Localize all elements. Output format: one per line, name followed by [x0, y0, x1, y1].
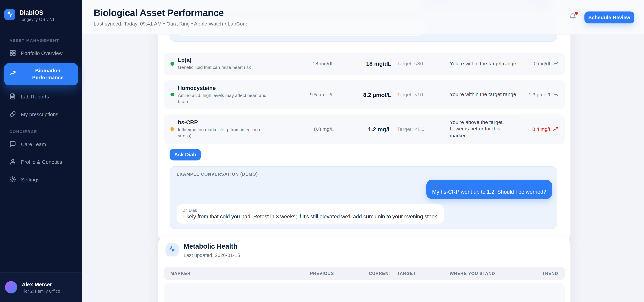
ask-diab-button[interactable]: Ask Diab	[170, 149, 201, 161]
user-icon	[10, 158, 16, 166]
user-chat-bubble: You My hs-CRP went up to 1.2. Should I b…	[426, 180, 552, 199]
trending-up-icon	[552, 61, 558, 67]
page-header: Biological Asset Performance Last synced…	[82, 0, 644, 35]
where-you-stand-text: You're above the target. Lower is better…	[450, 119, 519, 140]
sidebar-item-label: Care Team	[21, 142, 46, 147]
gear-icon	[10, 176, 16, 184]
sidebar-item-my-prescriptions[interactable]: My prescriptions	[4, 107, 78, 122]
current-value: 1.2 mg/L	[334, 126, 392, 132]
marker-name: hs-CRP	[178, 119, 305, 125]
marker-description: Amino acid; high levels may affect heart…	[178, 92, 276, 105]
marker-cell: Lp(a) Genetic lipid that can raise heart…	[178, 57, 305, 70]
target-value: Target: <30	[392, 61, 438, 67]
sidebar: DiablOS Longevity OS v2.1 ASSET MANAGEME…	[0, 0, 82, 302]
page-title: Biological Asset Performance	[94, 7, 224, 18]
main-area: Lp(a) Genetic lipid that can raise heart…	[82, 0, 644, 302]
notification-dot	[575, 12, 578, 15]
sidebar-item-settings[interactable]: Settings	[4, 172, 78, 188]
sidebar-item-care-team[interactable]: Care Team	[4, 137, 78, 152]
status-dot	[170, 127, 174, 131]
doctor-chat-bubble: Dr. Diab Likely from that cold you had. …	[177, 204, 444, 224]
target-value: Target: <10	[392, 92, 438, 98]
grid-icon	[10, 49, 16, 57]
marker-description: Inflammation marker (e.g. from infection…	[178, 127, 276, 139]
marker-cell: Homocysteine Amino acid; high levels may…	[178, 85, 305, 104]
file-icon	[10, 93, 16, 101]
doctor-chat-message: Likely from that cold you had. Retest in…	[182, 213, 438, 220]
brand-name: DiablOS	[19, 9, 54, 16]
metabolic-section-title: Metabolic Health	[184, 243, 238, 250]
scroll-content: Lp(a) Genetic lipid that can raise heart…	[82, 0, 644, 302]
metabolic-table-header: MARKERPREVIOUSCURRENTTARGETWHERE YOU STA…	[164, 267, 565, 280]
bell-icon	[569, 15, 576, 22]
sidebar-item-label: Profile & Genetics	[21, 159, 62, 165]
metabolic-health-card: Metabolic Health Last updated: 2026-01-1…	[158, 237, 570, 302]
status-dot	[170, 93, 174, 97]
app-logo	[4, 9, 15, 20]
marker-cell: hs-CRP Inflammation marker (e.g. from in…	[178, 119, 305, 139]
doctor-chat-author: Dr. Diab	[182, 208, 438, 213]
biomarker-row-homocysteine: Homocysteine Amino acid; high levels may…	[164, 80, 565, 109]
target-value: Target: <1.0	[392, 126, 438, 132]
sidebar-item-biomarker-performance[interactable]: Biomarker Performance	[4, 63, 78, 85]
sidebar-item-label: Settings	[21, 177, 40, 183]
current-value: 18 mg/dL	[334, 60, 392, 67]
trend-value: -1.3 µmol/L	[527, 92, 552, 98]
metabolic-last-updated: Last updated: 2026-01-15	[184, 252, 240, 258]
status-dot-cell	[170, 127, 178, 131]
biomarker-row-hs-crp: hs-CRP Inflammation marker (e.g. from in…	[164, 114, 565, 144]
biomarker-row-list: Lp(a) Genetic lipid that can raise heart…	[164, 52, 565, 144]
column-header-trend: TREND	[519, 271, 558, 276]
biomarker-card: Lp(a) Genetic lipid that can raise heart…	[158, 16, 570, 241]
sidebar-item-portfolio-overview[interactable]: Portfolio Overview	[4, 45, 78, 61]
previous-value: 9.5 µmol/L	[305, 92, 334, 98]
sidebar-item-label: My prescriptions	[21, 112, 58, 117]
brand: DiablOS Longevity OS v2.1	[0, 0, 82, 22]
activity-icon	[6, 10, 13, 19]
sidebar-item-lab-reports[interactable]: Lab Reports	[4, 89, 78, 105]
schedule-review-button[interactable]: Schedule Review	[584, 11, 634, 23]
sidebar-item-label: Portfolio Overview	[21, 50, 63, 56]
status-dot	[170, 62, 174, 66]
nav-section-label-asset-management: ASSET MANAGEMENT	[10, 38, 82, 43]
brand-subtitle: Longevity OS v2.1	[19, 17, 54, 22]
trend-cell: +0.4 mg/L	[519, 126, 558, 132]
trend-cell: -1.3 µmol/L	[519, 92, 558, 98]
marker-description: Genetic lipid that can raise heart risk	[178, 64, 276, 71]
status-dot-cell	[170, 93, 178, 97]
nav-group-asset-management: Portfolio OverviewBiomarker PerformanceL…	[0, 45, 82, 122]
where-you-stand-text: You're within the target range.	[450, 91, 519, 98]
example-conversation-panel: EXAMPLE CONVERSATION (DEMO) You My hs-CR…	[170, 166, 557, 229]
activity-icon	[169, 246, 176, 254]
metabolic-section-icon	[166, 243, 179, 257]
chat-icon	[10, 141, 16, 148]
biomarker-row-lp-a: Lp(a) Genetic lipid that can raise heart…	[164, 52, 565, 75]
example-conversation-label: EXAMPLE CONVERSATION (DEMO)	[177, 172, 258, 177]
user-name: Alex Mercer	[22, 281, 60, 287]
trend-value: 0 mg/dL	[534, 61, 552, 67]
trending-up-icon	[552, 126, 558, 132]
user-tier: Tier 2: Family Office	[22, 288, 60, 293]
trending-down-icon	[552, 92, 558, 98]
previous-value: 18 mg/dL	[305, 61, 334, 67]
sidebar-item-profile-genetics[interactable]: Profile & Genetics	[4, 154, 78, 170]
app-window: DiablOS Longevity OS v2.1 ASSET MANAGEME…	[0, 0, 644, 302]
column-header-previous: PREVIOUS	[305, 271, 334, 276]
marker-name: Lp(a)	[178, 57, 305, 63]
current-value: 8.2 µmol/L	[334, 91, 392, 98]
trend-cell: 0 mg/dL	[519, 61, 558, 67]
marker-name: Homocysteine	[178, 85, 305, 91]
trending-up-icon	[10, 70, 16, 78]
avatar	[5, 281, 17, 293]
user-profile-footer[interactable]: Alex Mercer Tier 2: Family Office	[0, 272, 82, 302]
sidebar-item-label: Biomarker Performance	[21, 67, 78, 81]
notifications-bell-button[interactable]	[569, 13, 578, 22]
pill-icon	[10, 110, 16, 118]
sidebar-item-label: Lab Reports	[21, 94, 49, 100]
user-chat-message: My hs-CRP went up to 1.2. Should I be wo…	[432, 188, 546, 196]
column-header-where-you-stand: WHERE YOU STAND	[450, 271, 519, 276]
column-header-target: TARGET	[392, 271, 438, 276]
previous-value: 0.8 mg/L	[305, 126, 334, 132]
column-header-marker: MARKER	[170, 271, 305, 276]
nav-section-label-concierge: CONCIERGE	[10, 129, 82, 134]
